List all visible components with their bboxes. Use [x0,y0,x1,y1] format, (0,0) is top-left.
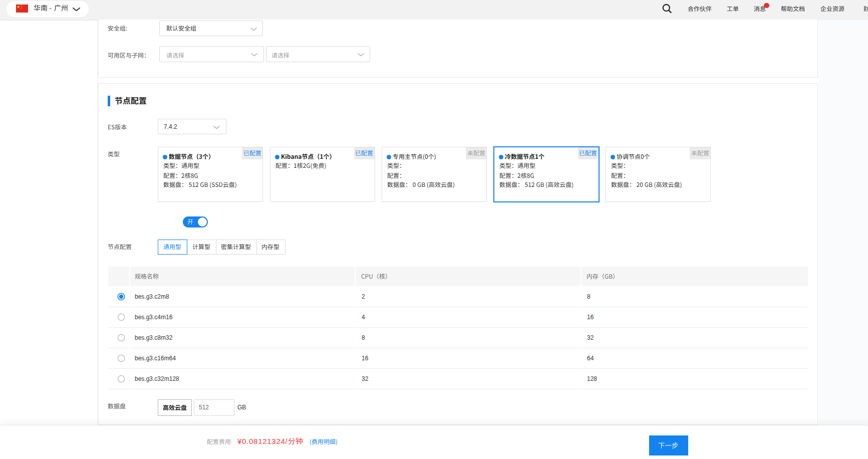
svg-text:bes.g3.c2m8: bes.g3.c2m8 [135,293,169,300]
svg-text:128: 128 [587,375,597,382]
svg-text:¥0.08121324/: ¥0.08121324/ [237,437,288,445]
svg-text:2: 2 [362,293,365,300]
svg-text:8: 8 [587,293,591,300]
svg-text:GB: GB [237,404,246,411]
svg-text:bes.g3.c32m128: bes.g3.c32m128 [135,375,179,382]
svg-text:4: 4 [362,314,365,321]
svg-text:16: 16 [362,355,369,362]
svg-text:32: 32 [587,334,594,341]
svg-text:64: 64 [587,355,594,362]
svg-text:bes.g3.c4m16: bes.g3.c4m16 [135,314,173,321]
svg-text:bes.g3.c16m64: bes.g3.c16m64 [135,355,176,362]
svg-text:8: 8 [362,334,365,341]
svg-text:32: 32 [362,375,369,382]
svg-text:bes.g3.c8m32: bes.g3.c8m32 [135,334,173,341]
svg-text:512: 512 [199,404,209,411]
svg-text:16: 16 [587,314,594,321]
svg-text:7.4.2: 7.4.2 [164,123,177,130]
